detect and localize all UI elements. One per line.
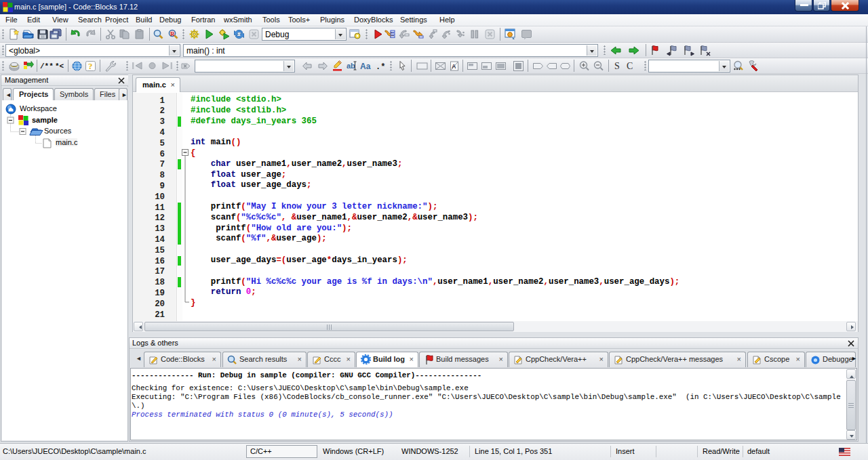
svg-text:S: S (614, 61, 620, 71)
svg-text:A: A (452, 63, 456, 70)
svg-text:/**: /** (40, 62, 54, 70)
svg-text:Aa: Aa (360, 62, 371, 71)
svg-text:?: ? (88, 61, 93, 71)
svg-text:R: R (170, 30, 175, 37)
svg-text:C: C (627, 61, 633, 71)
svg-text:ab: ab (347, 62, 355, 70)
svg-text:.*: .* (376, 62, 385, 72)
svg-text:*<: *< (55, 62, 64, 70)
